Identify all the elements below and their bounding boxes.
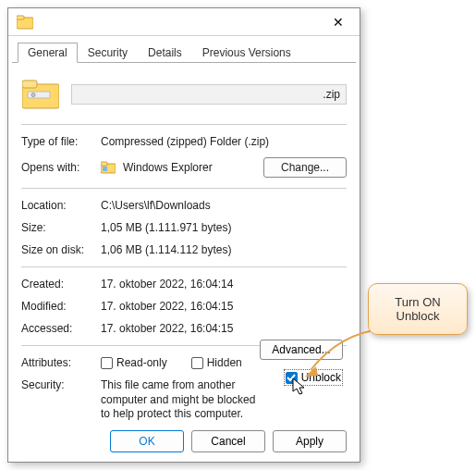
label-attributes: Attributes: bbox=[21, 356, 101, 369]
tab-general[interactable]: General bbox=[18, 43, 78, 63]
tabs: General Security Details Previous Versio… bbox=[12, 38, 356, 63]
properties-dialog: ✕ General Security Details Previous Vers… bbox=[7, 7, 360, 463]
filename-input[interactable]: .zip bbox=[71, 84, 347, 105]
value-created: 17. oktober 2022, 16:04:14 bbox=[101, 278, 347, 291]
checkbox-icon bbox=[191, 357, 203, 369]
value-accessed: 17. oktober 2022, 16:04:15 bbox=[101, 322, 347, 335]
value-size-on-disk: 1,06 MB (1.114.112 bytes) bbox=[101, 243, 347, 256]
label-created: Created: bbox=[21, 278, 101, 291]
dialog-buttons: OK Cancel Apply bbox=[8, 421, 360, 462]
explorer-icon bbox=[101, 160, 116, 175]
value-location: C:\Users\lf\Downloads bbox=[101, 199, 347, 212]
checkbox-icon bbox=[101, 357, 113, 369]
svg-rect-8 bbox=[103, 167, 107, 171]
value-opens-with: Windows Explorer bbox=[123, 161, 213, 174]
value-size: 1,05 MB (1.111.971 bytes) bbox=[101, 221, 347, 234]
close-icon: ✕ bbox=[333, 15, 344, 30]
svg-point-5 bbox=[31, 93, 35, 97]
apply-button[interactable]: Apply bbox=[273, 430, 347, 452]
unblock-checkbox[interactable]: Unblock bbox=[284, 369, 343, 386]
filename-ext: .zip bbox=[323, 88, 340, 101]
label-location: Location: bbox=[21, 199, 101, 212]
label-opens-with: Opens with: bbox=[21, 161, 101, 174]
readonly-checkbox[interactable]: Read-only bbox=[101, 356, 167, 369]
tab-previous-versions[interactable]: Previous Versions bbox=[192, 43, 301, 63]
file-header: .zip bbox=[21, 72, 347, 125]
label-size: Size: bbox=[21, 221, 101, 234]
tab-details[interactable]: Details bbox=[138, 43, 192, 63]
svg-rect-3 bbox=[22, 80, 37, 88]
change-button[interactable]: Change... bbox=[263, 157, 347, 178]
label-accessed: Accessed: bbox=[21, 322, 101, 335]
value-type: Compressed (zipped) Folder (.zip) bbox=[101, 135, 347, 148]
readonly-label: Read-only bbox=[116, 356, 167, 369]
security-text: This file came from another computer and… bbox=[101, 378, 258, 422]
instruction-callout: Turn ON Unblock bbox=[368, 283, 468, 335]
hidden-label: Hidden bbox=[207, 356, 242, 369]
svg-rect-7 bbox=[101, 162, 107, 166]
callout-text: Turn ON Unblock bbox=[395, 295, 440, 323]
ok-button[interactable]: OK bbox=[110, 430, 184, 452]
checkbox-checked-icon bbox=[286, 372, 298, 384]
titlebar-app-icon bbox=[16, 13, 34, 31]
value-modified: 17. oktober 2022, 16:04:15 bbox=[101, 300, 347, 313]
label-security: Security: bbox=[21, 378, 101, 391]
svg-rect-1 bbox=[17, 16, 24, 19]
cancel-button[interactable]: Cancel bbox=[191, 430, 265, 452]
label-type: Type of file: bbox=[21, 135, 101, 148]
advanced-button[interactable]: Advanced... bbox=[260, 340, 343, 360]
tab-security[interactable]: Security bbox=[78, 43, 138, 63]
hidden-checkbox[interactable]: Hidden bbox=[191, 356, 242, 369]
file-type-icon bbox=[21, 78, 60, 111]
unblock-label: Unblock bbox=[301, 371, 341, 384]
close-button[interactable]: ✕ bbox=[317, 8, 360, 36]
titlebar: ✕ bbox=[8, 8, 360, 36]
label-size-on-disk: Size on disk: bbox=[21, 243, 101, 256]
label-modified: Modified: bbox=[21, 300, 101, 313]
